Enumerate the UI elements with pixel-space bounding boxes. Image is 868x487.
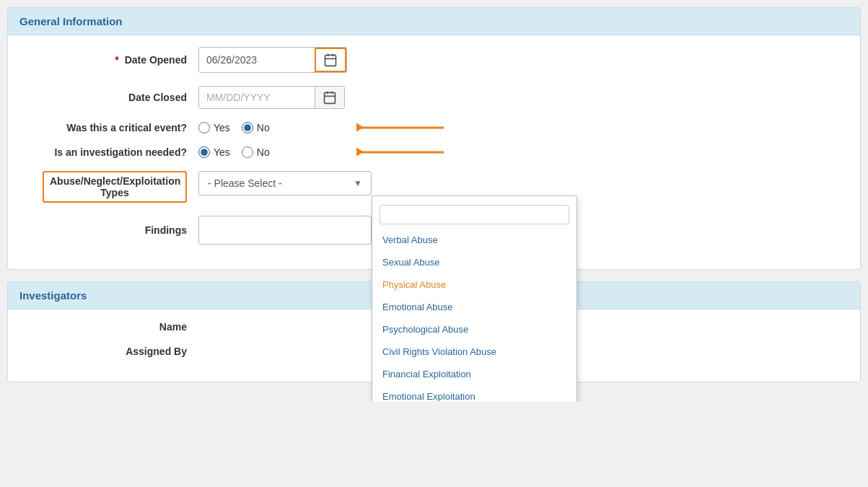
dropdown-item-financial-exploitation[interactable]: Financial Exploitation xyxy=(372,363,577,385)
critical-event-yes-option[interactable]: Yes xyxy=(198,122,230,133)
critical-event-no-radio[interactable] xyxy=(242,122,253,133)
findings-label: Findings xyxy=(25,224,198,236)
investigation-no-radio[interactable] xyxy=(242,146,253,158)
critical-event-yes-radio[interactable] xyxy=(198,122,210,133)
svg-rect-4 xyxy=(325,92,336,103)
date-opened-row: * Date Opened xyxy=(25,47,843,73)
calendar-icon-closed xyxy=(323,90,337,105)
date-closed-input-wrapper xyxy=(198,86,345,109)
investigators-assigned-label: Assigned By xyxy=(25,346,198,357)
critical-event-radio-group: Yes No xyxy=(198,122,270,133)
dropdown-item-emotional-exploitation[interactable]: Emotional Exploitation xyxy=(372,385,577,401)
critical-event-arrow-annotation xyxy=(357,127,444,129)
dropdown-item-verbal-abuse[interactable]: Verbal Abuse xyxy=(372,229,577,251)
date-opened-input-wrapper xyxy=(198,47,347,73)
investigation-arrow-annotation xyxy=(357,152,444,154)
abuse-types-select[interactable]: - Please Select - ▼ xyxy=(198,171,372,196)
investigation-no-option[interactable]: No xyxy=(242,146,270,158)
dropdown-item-sexual-abuse[interactable]: Sexual Abuse xyxy=(372,251,577,273)
date-closed-row: Date Closed xyxy=(25,86,843,109)
dropdown-item-civil-rights[interactable]: Civil Rights Violation Abuse xyxy=(372,341,577,363)
general-information-panel: General Information * Date Opened xyxy=(7,7,861,270)
date-closed-label: Date Closed xyxy=(25,92,198,103)
required-indicator: * xyxy=(115,54,118,66)
abuse-types-search-input[interactable] xyxy=(380,205,569,224)
investigation-yes-radio[interactable] xyxy=(198,146,210,158)
date-opened-calendar-button[interactable] xyxy=(315,48,346,72)
findings-input[interactable] xyxy=(198,216,372,245)
abuse-types-row: Abuse/Neglect/ExploitationTypes - Please… xyxy=(25,171,843,203)
dropdown-item-psychological-abuse[interactable]: Psychological Abuse xyxy=(372,318,577,341)
general-info-header: General Information xyxy=(8,8,860,35)
abuse-types-arrow-icon: ▼ xyxy=(354,178,362,188)
critical-event-no-option[interactable]: No xyxy=(242,122,270,133)
abuse-types-placeholder: - Please Select - xyxy=(208,177,282,189)
calendar-icon xyxy=(323,53,338,67)
dropdown-item-emotional-abuse[interactable]: Emotional Abuse xyxy=(372,296,577,318)
critical-event-label: Was this a critical event? xyxy=(25,122,198,133)
date-closed-input[interactable] xyxy=(199,87,315,108)
abuse-types-label: Abuse/Neglect/ExploitationTypes xyxy=(43,171,187,203)
abuse-types-select-wrapper: - Please Select - ▼ Verbal Abuse Sexual … xyxy=(198,171,372,196)
abuse-types-dropdown-popup: Verbal Abuse Sexual Abuse Physical Abuse… xyxy=(372,196,577,401)
svg-rect-0 xyxy=(325,55,336,66)
date-opened-label: * Date Opened xyxy=(25,54,198,66)
date-closed-calendar-button[interactable] xyxy=(315,87,344,108)
dropdown-item-physical-abuse[interactable]: Physical Abuse xyxy=(372,273,577,296)
investigation-yes-option[interactable]: Yes xyxy=(198,146,230,158)
investigation-needed-radio-group: Yes No xyxy=(198,146,270,158)
section-title: General Information xyxy=(19,15,123,27)
date-opened-input[interactable] xyxy=(199,50,315,70)
investigation-needed-row: Is an investigation needed? Yes No xyxy=(25,146,843,158)
critical-event-row: Was this a critical event? Yes No xyxy=(25,122,843,133)
investigators-name-label: Name xyxy=(25,321,198,333)
investigation-needed-label: Is an investigation needed? xyxy=(25,146,198,158)
investigators-title: Investigators xyxy=(19,289,87,302)
